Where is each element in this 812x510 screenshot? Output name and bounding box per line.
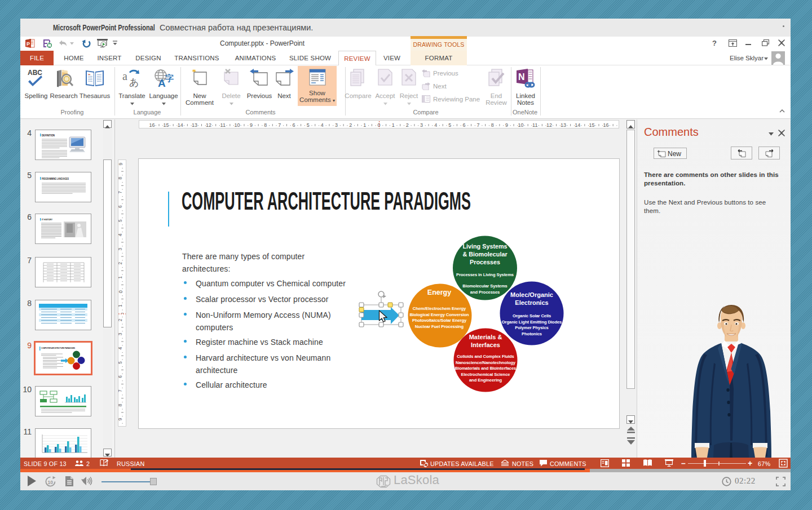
svg-text:16: 16 bbox=[149, 122, 155, 128]
svg-text:Nuclear Fuel Processing: Nuclear Fuel Processing bbox=[415, 324, 464, 329]
svg-text:14: 14 bbox=[575, 122, 580, 128]
svg-text:9: 9 bbox=[505, 122, 508, 128]
svg-text:9: 9 bbox=[118, 162, 123, 165]
svg-text:6: 6 bbox=[462, 122, 465, 128]
svg-text:5: 5 bbox=[448, 122, 451, 128]
svg-text:10: 10 bbox=[518, 122, 524, 128]
svg-text:4: 4 bbox=[118, 233, 123, 236]
svg-text:2: 2 bbox=[406, 122, 409, 128]
svg-text:7: 7 bbox=[278, 122, 281, 128]
svg-text:4: 4 bbox=[321, 122, 324, 128]
svg-text:2: 2 bbox=[118, 262, 123, 265]
svg-text:1: 1 bbox=[363, 122, 366, 128]
svg-text:Living Systems: Living Systems bbox=[462, 243, 507, 250]
svg-text:3: 3 bbox=[335, 122, 338, 128]
svg-text:DEFINITION: DEFINITION bbox=[42, 134, 55, 137]
svg-text:IT HISTORY: IT HISTORY bbox=[42, 218, 52, 221]
svg-text:Energy: Energy bbox=[427, 289, 451, 296]
svg-text:10: 10 bbox=[234, 122, 240, 128]
svg-text:12: 12 bbox=[546, 122, 552, 128]
svg-text:N: N bbox=[518, 72, 525, 82]
svg-text:5: 5 bbox=[307, 122, 310, 128]
svg-text:Chem/Electrochem Energy: Chem/Electrochem Energy bbox=[413, 306, 466, 311]
svg-text:Nanoscience/Nanotechnology: Nanoscience/Nanotechnology bbox=[456, 360, 516, 365]
svg-text:Electrochemical Science: Electrochemical Science bbox=[461, 372, 510, 377]
svg-text:12: 12 bbox=[206, 122, 211, 128]
svg-text:15: 15 bbox=[164, 122, 169, 128]
svg-text:& Biomolecular: & Biomolecular bbox=[462, 251, 508, 258]
svg-text:2: 2 bbox=[118, 318, 123, 321]
svg-text:1: 1 bbox=[392, 122, 395, 128]
svg-text:7: 7 bbox=[477, 122, 480, 128]
svg-text:Organic Light Emitting Diodes: Organic Light Emitting Diodes bbox=[502, 320, 562, 325]
svg-text:0: 0 bbox=[118, 290, 123, 293]
svg-text:8: 8 bbox=[264, 122, 267, 128]
svg-text:Biomaterials and Biointerfaces: Biomaterials and Biointerfaces bbox=[455, 366, 516, 371]
svg-text:9: 9 bbox=[250, 122, 253, 128]
svg-text:字: 字 bbox=[165, 73, 174, 83]
svg-text:Colloids and Complex Fluids: Colloids and Complex Fluids bbox=[457, 354, 514, 359]
svg-text:11: 11 bbox=[532, 122, 537, 128]
svg-text:8: 8 bbox=[118, 177, 123, 180]
svg-text:7: 7 bbox=[118, 191, 123, 194]
svg-text:7: 7 bbox=[118, 389, 123, 392]
svg-text:1: 1 bbox=[118, 276, 123, 279]
svg-text:13: 13 bbox=[192, 122, 197, 128]
svg-text:Biomolecular Systems: Biomolecular Systems bbox=[462, 283, 507, 289]
svg-text:14: 14 bbox=[178, 122, 183, 128]
svg-text:Processes in Living Systems: Processes in Living Systems bbox=[456, 272, 514, 277]
svg-text:Molec/Organic: Molec/Organic bbox=[510, 291, 553, 298]
svg-text:8: 8 bbox=[118, 403, 123, 406]
svg-text:16: 16 bbox=[603, 122, 609, 128]
svg-text:6: 6 bbox=[293, 122, 295, 128]
svg-text:3: 3 bbox=[118, 332, 123, 335]
svg-text:and Engineering: and Engineering bbox=[469, 378, 502, 383]
svg-text:10: 10 bbox=[48, 480, 54, 485]
svg-text:0: 0 bbox=[377, 122, 380, 128]
svg-text:3: 3 bbox=[420, 122, 423, 128]
svg-text:A: A bbox=[158, 77, 166, 88]
svg-text:15: 15 bbox=[589, 122, 594, 128]
svg-text:ABC: ABC bbox=[28, 69, 42, 77]
svg-text:Polymer Physics: Polymer Physics bbox=[515, 325, 548, 330]
svg-text:5: 5 bbox=[118, 361, 123, 364]
svg-text:13: 13 bbox=[561, 122, 566, 128]
svg-text:COMPUTER ARCHITECTURE PARADIGM: COMPUTER ARCHITECTURE PARADIGMS bbox=[41, 347, 75, 349]
svg-text:Photonics: Photonics bbox=[522, 331, 542, 336]
svg-text:6: 6 bbox=[118, 205, 123, 208]
svg-text:4: 4 bbox=[118, 347, 123, 350]
svg-text:Electronics: Electronics bbox=[515, 299, 548, 306]
svg-text:5: 5 bbox=[118, 219, 123, 222]
svg-text:P: P bbox=[27, 41, 30, 47]
svg-text:2: 2 bbox=[349, 122, 352, 128]
svg-text:PROGRAMMING LANGUAGES: PROGRAMMING LANGUAGES bbox=[42, 178, 69, 180]
svg-text:6: 6 bbox=[118, 375, 123, 378]
svg-text:and Processes: and Processes bbox=[470, 290, 500, 295]
svg-text:3: 3 bbox=[118, 247, 123, 250]
svg-text:11: 11 bbox=[220, 122, 226, 128]
svg-text:Processes: Processes bbox=[470, 259, 500, 265]
svg-text:Organic Solar Cells: Organic Solar Cells bbox=[513, 313, 551, 318]
svg-text:Materials &: Materials & bbox=[469, 334, 502, 340]
svg-text:9: 9 bbox=[118, 418, 123, 420]
svg-text:8: 8 bbox=[491, 122, 494, 128]
svg-text:あ: あ bbox=[129, 77, 139, 88]
svg-text:Interfaces: Interfaces bbox=[471, 342, 500, 348]
svg-text:4: 4 bbox=[434, 122, 437, 128]
svg-text:1: 1 bbox=[118, 304, 123, 307]
svg-text:a: a bbox=[122, 70, 127, 82]
